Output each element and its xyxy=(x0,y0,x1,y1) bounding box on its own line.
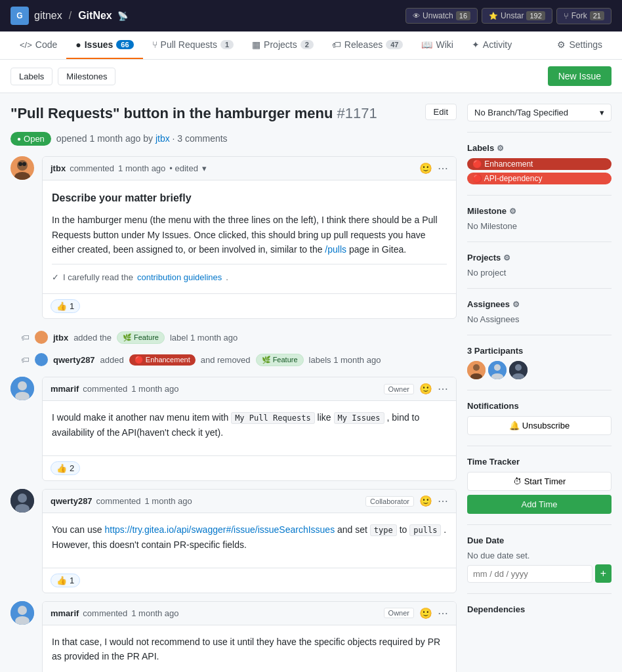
star-button[interactable]: Unstar 192 xyxy=(482,8,552,24)
repo-name[interactable]: GitNex xyxy=(78,10,112,22)
assignees-heading: Assignees ⚙ xyxy=(467,299,612,309)
tab-issues[interactable]: ● Issues 66 xyxy=(66,32,142,59)
comment-author-1[interactable]: jtbx xyxy=(51,163,66,173)
comment-author-2[interactable]: mmarif xyxy=(51,384,79,394)
branch-selector-button[interactable]: No Branch/Tag Specified ▾ xyxy=(467,104,612,121)
watch-button[interactable]: Unwatch 16 xyxy=(405,8,478,24)
new-issue-button[interactable]: New Issue xyxy=(548,66,612,86)
tab-wiki[interactable]: 📖 Wiki xyxy=(412,32,462,59)
comment-body-1: Describe your matter briefly In the hamb… xyxy=(43,180,456,294)
sidebar-milestone-section: Milestone ⚙ No Milestone xyxy=(467,206,612,242)
repo-logo: G xyxy=(10,7,29,25)
comment-block-2: mmarif commented 1 month ago Owner 🙂 ⋯ I… xyxy=(10,377,457,481)
avatar-mmarif xyxy=(10,377,34,400)
more-button-2[interactable]: ⋯ xyxy=(438,383,448,395)
fork-icon xyxy=(564,11,569,21)
comment-box-1: jtbx commented 1 month ago • edited ▾ 🙂 … xyxy=(42,156,457,320)
participant-1 xyxy=(467,361,486,379)
svg-point-5 xyxy=(18,381,27,390)
enhancement-label-1: 🔴 Enhancement xyxy=(129,354,196,366)
comment-header-3: qwerty287 commented 1 month ago Collabor… xyxy=(43,490,456,513)
issue-author-link[interactable]: jtbx xyxy=(156,133,170,144)
activity-text-2c: labels 1 month ago xyxy=(309,355,381,365)
svg-point-0 xyxy=(17,160,28,171)
comment-box-3: qwerty287 commented 1 month ago Collabor… xyxy=(42,489,457,593)
add-time-button[interactable]: Add Time xyxy=(467,495,612,514)
feature-label-1: 🌿 Feature xyxy=(117,331,165,344)
issue-main: "Pull Requests" button in the hamburger … xyxy=(10,104,457,672)
activity-text-2a: added xyxy=(100,355,124,365)
sidebar-notifications-section: Notifications 🔔 Unsubscribe xyxy=(467,401,612,446)
sidebar-projects-section: Projects ⚙ No project xyxy=(467,253,612,289)
comment-text-1: In the hamburger menu (the menu with the… xyxy=(52,213,447,257)
more-button-1[interactable]: ⋯ xyxy=(438,162,448,175)
start-timer-button[interactable]: ⏱ Start Timer xyxy=(467,472,612,491)
emoji-button-2[interactable]: 🙂 xyxy=(419,383,432,395)
edit-button[interactable]: Edit xyxy=(425,104,457,120)
nav-tabs: </> Code ● Issues 66 ⑂ Pull Requests 1 ▦… xyxy=(0,32,622,60)
reaction-thumbsup-2[interactable]: 👍 2 xyxy=(51,461,80,475)
pulls-link[interactable]: /pulls xyxy=(325,244,346,255)
due-date-add-button[interactable]: + xyxy=(595,564,612,583)
activity-text-2b: and removed xyxy=(201,355,251,365)
code-icon: </> xyxy=(20,40,32,50)
emoji-button-1[interactable]: 🙂 xyxy=(419,162,432,175)
svg-point-2 xyxy=(18,162,22,166)
due-date-value: No due date set. xyxy=(467,551,612,560)
org-name[interactable]: gitnex xyxy=(34,10,62,22)
role-badge-owner-4: Owner xyxy=(384,608,414,618)
projects-gear-icon[interactable]: ⚙ xyxy=(503,253,510,262)
comment-edited-1: • edited xyxy=(169,163,198,173)
time-tracker-heading: Time Tracker xyxy=(467,457,612,467)
more-button-3[interactable]: ⋯ xyxy=(438,495,448,507)
dependencies-heading: Dependencies xyxy=(467,604,612,614)
participant-2 xyxy=(488,361,507,379)
contribution-guidelines-link[interactable]: contribution guidelines xyxy=(137,271,222,285)
unsubscribe-button[interactable]: 🔔 Unsubscribe xyxy=(467,416,612,435)
tab-pull-requests[interactable]: ⑂ Pull Requests 1 xyxy=(143,32,243,59)
assignees-gear-icon[interactable]: ⚙ xyxy=(512,300,520,309)
issue-meta: Open opened 1 month ago by jtbx · 3 comm… xyxy=(10,132,457,146)
chevron-icon: ▾ xyxy=(600,108,604,117)
tag-icon-2: 🏷 xyxy=(21,355,30,365)
tab-projects[interactable]: ▦ Projects 2 xyxy=(243,32,323,59)
emoji-button-3[interactable]: 🙂 xyxy=(419,495,432,507)
reaction-thumbsup-1[interactable]: 👍 1 xyxy=(51,299,80,313)
activity-user-1[interactable]: jtbx xyxy=(53,333,68,343)
sidebar-assignees-section: Assignees ⚙ No Assignees xyxy=(467,299,612,335)
comment-header-left-2: mmarif commented 1 month ago xyxy=(51,384,179,394)
emoji-button-4[interactable]: 🙂 xyxy=(419,607,432,620)
chevron-down-icon: ▾ xyxy=(202,163,207,173)
tab-activity[interactable]: ✦ Activity xyxy=(463,32,521,59)
comment-author-3[interactable]: qwerty287 xyxy=(51,496,93,506)
milestone-gear-icon[interactable]: ⚙ xyxy=(509,207,516,216)
sidebar-due-date-section: Due Date No due date set. + xyxy=(467,536,612,594)
milestone-value: No Milestone xyxy=(467,221,612,231)
tab-settings[interactable]: ⚙ Settings xyxy=(548,32,612,59)
fork-button[interactable]: Fork 21 xyxy=(556,8,612,24)
code-pulls: pulls xyxy=(409,524,441,536)
swagger-link[interactable]: https://try.gitea.io/api/swagger#/issue/… xyxy=(104,524,335,535)
milestone-heading: Milestone ⚙ xyxy=(467,206,612,216)
labels-button[interactable]: Labels xyxy=(10,68,52,85)
comment-author-4[interactable]: mmarif xyxy=(51,608,79,618)
activity-item-1: 🏷 jtbx added the 🌿 Feature label 1 month… xyxy=(21,327,457,348)
svg-point-8 xyxy=(18,494,27,503)
comment-time-3: 1 month ago xyxy=(145,496,192,506)
watch-label: Unwatch xyxy=(423,11,453,20)
activity-user-2[interactable]: qwerty287 xyxy=(53,355,95,365)
feature-label-2: 🌿 Feature xyxy=(256,354,304,366)
more-button-4[interactable]: ⋯ xyxy=(438,607,448,620)
due-date-input[interactable] xyxy=(467,565,592,583)
tab-releases[interactable]: 🏷 Releases 47 xyxy=(323,32,413,59)
comment-text-2: I would make it another nav menu item wi… xyxy=(52,410,447,440)
status-badge: Open xyxy=(10,132,51,146)
tab-code[interactable]: </> Code xyxy=(10,32,66,59)
comment-time-1: 1 month ago xyxy=(118,163,165,173)
comment-action-3: commented xyxy=(96,496,141,506)
milestones-button[interactable]: Milestones xyxy=(58,68,115,85)
labels-gear-icon[interactable]: ⚙ xyxy=(497,144,504,153)
watch-icon xyxy=(413,11,420,20)
reaction-thumbsup-3[interactable]: 👍 1 xyxy=(51,574,80,587)
sidebar-branch: No Branch/Tag Specified ▾ xyxy=(467,104,612,133)
